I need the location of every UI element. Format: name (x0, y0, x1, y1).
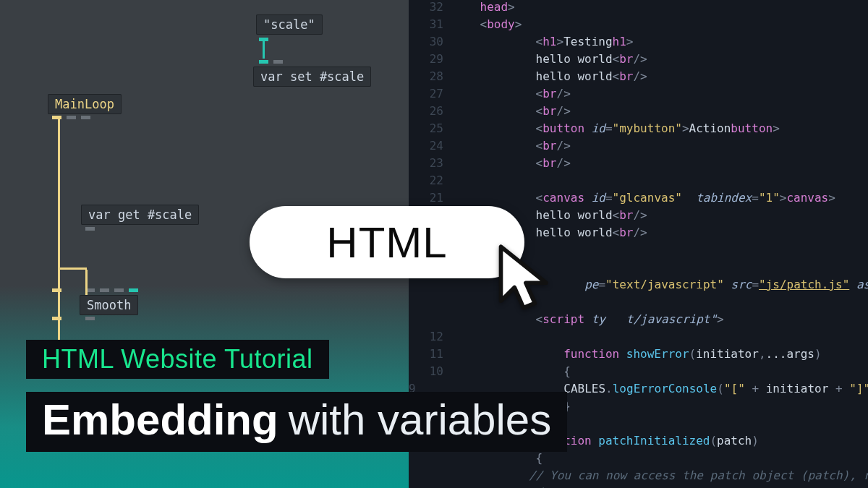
line-number: 28 (409, 69, 452, 83)
svg-marker-0 (501, 247, 547, 307)
code-line: <script ty t/javascript"> (409, 312, 868, 330)
code-line: 28 hello world<br/> (409, 69, 868, 87)
pill-label: HTML (326, 218, 447, 267)
node-label: "scale" (263, 17, 315, 32)
line-number: 29 (409, 52, 452, 66)
code-line: 23 <br/> (409, 156, 868, 174)
node-scale-string[interactable]: "scale" (256, 14, 323, 35)
port[interactable] (81, 85, 90, 89)
port[interactable] (52, 85, 61, 89)
code-line: 22 (409, 174, 868, 191)
code-line (409, 295, 868, 312)
node-label: var get #scale (88, 207, 192, 222)
port[interactable] (67, 116, 76, 119)
code-line: 24 <br/> (409, 139, 868, 156)
wire-teal (263, 41, 265, 59)
wire-h (58, 267, 87, 270)
line-number: 25 (409, 121, 452, 135)
line-number: 26 (409, 104, 452, 118)
subtitle-bar: HTML Website Tutorial (26, 340, 329, 379)
port[interactable] (67, 85, 76, 89)
code-line: 12 (409, 330, 868, 347)
line-number: 22 (409, 174, 452, 187)
title-light: with variables (289, 395, 552, 444)
code-line: 26 <br/> (409, 104, 868, 121)
port[interactable] (95, 85, 105, 89)
line-number: 21 (409, 191, 452, 205)
node-label: Smooth (87, 298, 131, 312)
node-label: var set #scale (260, 69, 364, 84)
title-bold: Embedding (42, 395, 278, 444)
port-out[interactable] (85, 317, 95, 320)
html-pill: HTML (250, 206, 524, 278)
line-number: 23 (409, 156, 452, 170)
port[interactable] (110, 85, 119, 89)
code-line: { (409, 451, 868, 468)
code-line: 25 <button id="mybutton">Actionbutton> (409, 121, 868, 139)
node-smooth[interactable]: Smooth (80, 295, 138, 315)
port[interactable] (52, 288, 61, 292)
port-out[interactable] (85, 227, 95, 231)
code-line: 31 <body> (409, 17, 868, 35)
line-number: 30 (409, 35, 452, 48)
code-line: 10 { (409, 364, 868, 382)
cursor-icon (492, 242, 564, 317)
line-number: 12 (409, 330, 452, 343)
wire-vertical (58, 116, 60, 354)
code-line: 30 <h1>Testingh1> (409, 35, 868, 52)
code-line: 29 hello world<br/> (409, 52, 868, 69)
node-label: MainLoop (55, 97, 114, 111)
node-var-get[interactable]: var get #scale (81, 205, 199, 225)
line-number: 24 (409, 139, 452, 153)
node-mainloop[interactable]: MainLoop (48, 94, 122, 114)
wire-v2 (85, 270, 88, 295)
line-number: 11 (409, 347, 452, 361)
tutorial-thumbnail: 32 head>31 <body>30 <h1>Testingh1>29 hel… (0, 0, 868, 488)
title-bar: Embeddingwith variables (26, 392, 567, 452)
code-line: // You can now access the patch object (… (409, 468, 868, 486)
subtitle-text: HTML Website Tutorial (42, 344, 313, 374)
port-in[interactable] (259, 60, 268, 64)
port[interactable] (52, 317, 61, 320)
port-out[interactable] (52, 116, 61, 119)
line-number: 31 (409, 17, 452, 31)
code-line: 27 <br/> (409, 87, 868, 104)
port[interactable] (129, 288, 138, 292)
code-line: 32 head> (409, 0, 868, 17)
node-var-set[interactable]: var set #scale (253, 67, 371, 87)
code-line: 11 function showError(initiator,...args) (409, 347, 868, 364)
line-number: 27 (409, 87, 452, 100)
port[interactable] (81, 116, 90, 119)
port[interactable] (100, 288, 109, 292)
port[interactable] (114, 288, 124, 292)
line-number: 10 (409, 364, 452, 378)
port-in-2[interactable] (273, 60, 283, 64)
code-line: pe="text/javascript" src="js/patch.js" a… (409, 278, 868, 295)
line-number: 32 (409, 0, 452, 14)
